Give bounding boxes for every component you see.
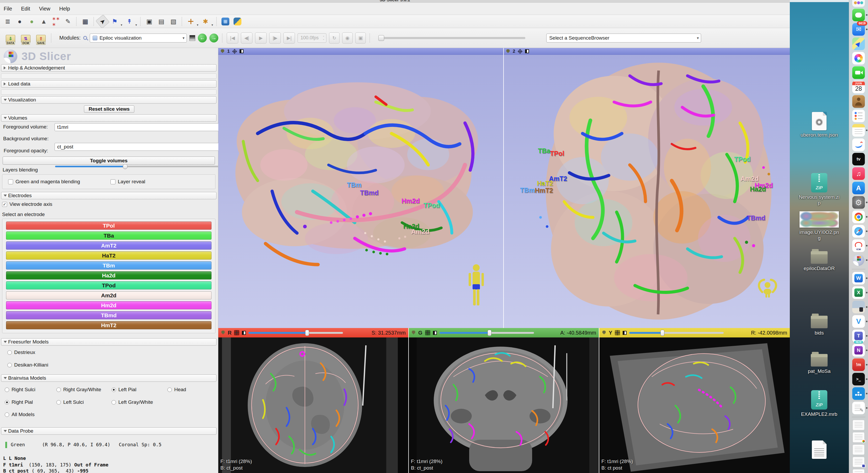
module-history-icon[interactable] — [189, 35, 195, 41]
red-slice-image[interactable]: F: t1mri (28%) B: ct_post — [218, 337, 408, 473]
pin-icon[interactable] — [411, 331, 415, 335]
reminders-icon[interactable] — [852, 110, 865, 122]
view-electrode-axis-checkbox[interactable]: ✓ — [2, 202, 7, 207]
dicom-button[interactable]: ⇅DCM — [20, 31, 32, 45]
section-freesurfer-models[interactable]: Freesurfer Models — [1, 338, 216, 345]
document-thumbnail[interactable] — [852, 420, 865, 430]
electrode-button-Ha2d[interactable]: Ha2d — [6, 271, 212, 279]
view1-header[interactable]: 1 — [218, 48, 503, 55]
view2-header[interactable]: 2 — [504, 48, 790, 55]
green-magenta-checkbox[interactable] — [8, 179, 13, 184]
excel-icon[interactable]: X — [852, 286, 865, 299]
load-data-button[interactable]: ⇩DATA — [4, 31, 17, 45]
electrode-button-TBm[interactable]: TBm — [6, 261, 212, 270]
sequence-slider[interactable] — [378, 37, 525, 39]
electrode-button-TPod[interactable]: TPod — [6, 281, 212, 290]
docker-icon[interactable] — [852, 387, 865, 400]
fps-spinbox[interactable]: 100.0fps — [298, 33, 327, 43]
radio-destrieux[interactable]: Destrieux — [7, 349, 35, 355]
electrode-button-HaT2[interactable]: HaT2 — [6, 251, 212, 260]
desktop-file-uberon-json[interactable]: uberon.term.json — [797, 112, 841, 138]
paint-tool-icon[interactable]: ✎ — [63, 16, 73, 27]
seq-next-frame-button[interactable]: |▶ — [269, 33, 281, 43]
electrode-button-HmT2[interactable]: HmT2 — [6, 321, 212, 329]
teams-icon[interactable]: TNEW — [852, 330, 865, 342]
seq-snapshot-button[interactable]: ▣ — [355, 33, 366, 43]
preview-photo-icon[interactable] — [852, 301, 865, 313]
electrode-button-Hm2d[interactable]: Hm2d — [6, 301, 212, 309]
green-slice-image[interactable]: F: t1mri (28%) B: ct_post — [409, 337, 599, 473]
radio-all-models[interactable]: All Models — [5, 412, 35, 417]
dark-sphere-icon[interactable]: ● — [15, 16, 25, 27]
radio-desikan-killiani[interactable]: Desikan-Killiani — [7, 362, 48, 368]
dropdown-caret[interactable]: ▾ — [135, 23, 137, 28]
extension-manager-icon[interactable]: ⊞ — [220, 16, 230, 27]
section-help-acknowledgement[interactable]: Help & Acknowledgement — [1, 64, 216, 72]
chrome-icon[interactable] — [852, 210, 865, 223]
maximize-view-icon[interactable] — [433, 331, 437, 335]
opacity-slider-handle[interactable] — [123, 164, 127, 169]
electrode-button-TBa[interactable]: TBa — [6, 232, 212, 240]
maximize-view-icon[interactable] — [240, 49, 244, 53]
screenshot-icon[interactable]: ▣ — [144, 16, 154, 27]
radio-right-pial[interactable]: Right Pial — [5, 399, 33, 405]
save-button[interactable]: ⇧SAVE — [35, 31, 47, 45]
maximize-view-icon[interactable] — [525, 49, 529, 53]
word-icon[interactable]: W — [852, 272, 865, 284]
module-search-icon[interactable] — [83, 36, 87, 40]
document-thumbnail[interactable] — [852, 469, 865, 473]
slice-model-icon[interactable] — [615, 330, 620, 335]
contacts-icon[interactable] — [852, 95, 865, 108]
onenote-icon[interactable]: N — [852, 344, 865, 357]
menu-edit[interactable]: Edit — [21, 6, 30, 12]
apple-tv-icon[interactable]: tv — [852, 153, 865, 165]
section-volumes[interactable]: Volumes — [1, 114, 216, 122]
pin-icon[interactable] — [602, 331, 606, 335]
maximize-view-icon[interactable] — [242, 331, 246, 335]
layer-reveal-checkbox-row[interactable]: Layer reveal — [111, 179, 145, 184]
radio-right-gray-white[interactable]: Right Gray/White — [56, 387, 101, 393]
slice-model-icon[interactable] — [234, 330, 239, 335]
desktop-folder-bids[interactable]: bids — [797, 312, 841, 336]
app-store-icon[interactable]: A — [852, 182, 865, 194]
crosshair-icon[interactable] — [232, 49, 237, 54]
desktop-file-example2-mrb[interactable]: EXAMPLE2.mrb — [797, 390, 841, 417]
toggle-volumes-button[interactable]: Toggle volumes — [3, 157, 215, 165]
slice-model-icon[interactable] — [425, 330, 430, 335]
textedit-icon[interactable]: ✎ — [852, 402, 865, 414]
scene-views-icon[interactable]: ▧ — [168, 16, 179, 27]
threed-view-1[interactable]: 1 — [218, 48, 503, 328]
yellow-slice-image[interactable]: F: t1mri (28%) B: ct post — [599, 337, 790, 473]
freeform-icon[interactable] — [852, 138, 865, 151]
python-console-icon[interactable] — [232, 16, 243, 27]
view-electrode-axis-row[interactable]: ✓ View electrode axis — [2, 201, 52, 207]
mattermost-icon[interactable]: !m — [852, 359, 865, 371]
menu-file[interactable]: File — [4, 6, 12, 12]
mouse-mode-cursor-icon[interactable]: ➤ — [95, 14, 110, 29]
calendar-icon[interactable]: JUIN28 — [852, 81, 865, 93]
vscode-icon[interactable]: V — [852, 315, 865, 328]
green-sphere-icon[interactable]: ● — [27, 16, 37, 27]
slice-view-yellow[interactable]: Y R: -42.0098mm — [599, 328, 790, 473]
slicer-dock-icon[interactable] — [852, 254, 865, 266]
seq-loop-button[interactable]: ↻ — [329, 33, 340, 43]
scene-capture-icon[interactable]: ▤ — [156, 16, 166, 27]
view2-canvas[interactable]: TBa TPol AmT2 HaT2 TBm HmT2 TPod Am2d Hm… — [504, 55, 790, 328]
window-titlebar[interactable]: 3D Slicer 5.0.1 — [0, 0, 790, 3]
maps-icon[interactable] — [852, 37, 865, 50]
radio-left-pial[interactable]: Left Pial — [112, 387, 136, 393]
module-back-button[interactable]: ← — [198, 34, 207, 42]
section-visualization[interactable]: Visualization — [1, 96, 216, 104]
slice-view-red[interactable]: R S: 31.2537mm — [218, 328, 408, 473]
red-slice-slider[interactable] — [248, 332, 343, 334]
transform-arrow-icon[interactable]: ↟ — [124, 16, 134, 27]
layer-reveal-checkbox[interactable] — [111, 179, 116, 184]
extensions-star-icon[interactable]: ✱ — [200, 16, 211, 27]
menu-view[interactable]: View — [39, 6, 51, 12]
crosshair-icon[interactable] — [186, 16, 196, 27]
facetime-icon[interactable] — [852, 66, 865, 79]
mesh-model-icon[interactable]: ▲ — [39, 16, 49, 27]
seq-first-frame-button[interactable]: |◀ — [227, 33, 238, 43]
launchpad-icon[interactable] — [852, 0, 865, 7]
crosshair-icon[interactable] — [518, 49, 522, 54]
